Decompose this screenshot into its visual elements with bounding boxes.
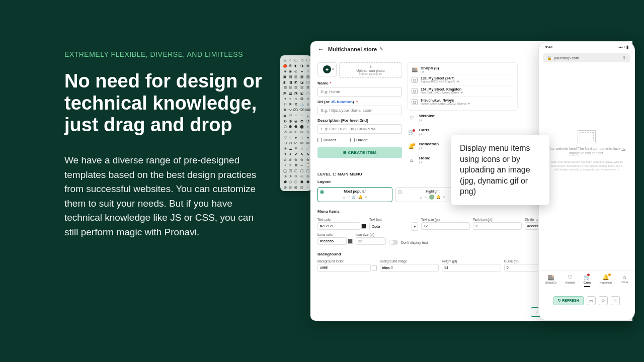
layout-option-most-popular[interactable]: Most popular ⌂♡🛒🔔≡	[317, 187, 392, 202]
create-item-button[interactable]: ⊞ CREATE ITEM	[317, 147, 402, 158]
color-swatch[interactable]	[372, 265, 377, 270]
dont-display-toggle[interactable]	[389, 240, 398, 245]
bg-color-input[interactable]	[317, 264, 371, 272]
color-swatch[interactable]	[361, 224, 366, 229]
icons-color-input[interactable]	[317, 237, 347, 245]
back-arrow-icon[interactable]: ←	[317, 45, 324, 53]
home-icon: ⌂	[621, 274, 628, 280]
name-input[interactable]	[317, 87, 402, 97]
nav-carts[interactable]: 🛒Carts	[584, 274, 591, 284]
url-input[interactable]	[317, 106, 402, 115]
shops-sub: | #	[421, 70, 439, 73]
upload-icon-icon: ⇪	[342, 65, 399, 69]
headline-text: No need for design or technical knowledg…	[64, 70, 266, 136]
js-function-link[interactable]: JS function	[331, 100, 353, 104]
url-label: Url (or JS function) *	[317, 100, 402, 104]
nav-home[interactable]: ⌂Home	[621, 274, 628, 284]
heart-icon: ♡	[566, 274, 575, 281]
cart-icon: 🛒	[408, 129, 415, 135]
upload-title: Upload icon photo	[342, 69, 399, 72]
settings-button[interactable]: ⚙	[599, 296, 608, 305]
phone-note: Note: This demo screen has been scaled t…	[546, 160, 627, 171]
phone-url-text: yourshop.com	[554, 56, 579, 60]
phone-url-bar[interactable]: 🔒 yourshop.com ⇪	[543, 53, 630, 62]
bg-image-input[interactable]	[380, 264, 439, 272]
shop-icon: 🏬	[545, 274, 556, 281]
badge-checkbox[interactable]: Badge	[350, 138, 368, 142]
refresh-button[interactable]: ↻ REFRESH	[553, 296, 583, 305]
add-button[interactable]: ⊕	[611, 296, 620, 305]
shop-item[interactable]: ◻ 167, My Street, KingstonNew York 12401…	[412, 85, 513, 96]
phone-preview: 9:41 ••• ◦ ▮ 🔒 yourshop.com ⇪ Your websi…	[538, 41, 635, 321]
name-label: Name *	[317, 81, 402, 85]
icon-palette[interactable]: △⌂▢◇☐ 🍎⚙◐◑⊕ ◈◉◎●○ ▣▤▥▦▧ ◧◨◩◪◫ ☰☱☲☳☴ ⬒⬓⬔⬕…	[280, 55, 311, 191]
location-icon: ◻	[412, 88, 418, 94]
phone-bottom-nav: 🏬Shops(3) ♡Wishlist 🛒Carts 🔔Notication ⌂…	[539, 270, 634, 287]
phone-status-bar: 9:41 ••• ◦ ▮	[539, 42, 634, 52]
share-icon[interactable]: ⇪	[622, 55, 626, 60]
add-icon-button[interactable]: + ▾	[317, 62, 337, 76]
marketing-copy: EXTREMELY FLEXIBLE, DIVERSE, AND LIMITLE…	[64, 50, 266, 239]
edit-title-icon[interactable]: ✎	[379, 46, 383, 52]
eyebrow-text: EXTREMELY FLEXIBLE, DIVERSE, AND LIMITLE…	[64, 50, 266, 58]
nav-notification[interactable]: 🔔Notication	[600, 274, 612, 284]
phone-body: Your website here! The Navi components h…	[539, 65, 634, 236]
shop-icon: 🏬	[412, 67, 418, 72]
phone-signal-icons: ••• ◦ ▮	[618, 45, 628, 49]
upload-subtitle: Format: jpg, png, gif	[342, 72, 399, 75]
text-color-input[interactable]	[317, 222, 360, 230]
icon-size-input[interactable]	[356, 237, 386, 245]
lock-icon: 🔒	[547, 56, 552, 60]
desc-input[interactable]	[317, 124, 402, 134]
text-size-input[interactable]	[421, 222, 470, 230]
dropdown-icon[interactable]: ▾	[412, 222, 418, 231]
bg-height-input[interactable]	[442, 264, 501, 272]
wishlist-item[interactable]: ♡ Wishlist| #	[407, 111, 518, 125]
callout-tooltip: Display menu items using icons or by upl…	[451, 135, 549, 205]
shop-item[interactable]: ◻ 132, My Street (24/7)Bigtown BG23 4YZ …	[412, 74, 513, 85]
dropdown-caret-icon: ▾	[332, 67, 334, 71]
radio-icon	[398, 190, 402, 194]
dont-display-label: Don't display text	[401, 241, 428, 244]
location-icon: ◻	[412, 99, 418, 105]
item-editor-form: + ▾ ⇪ Upload icon photo Format: jpg, png…	[317, 62, 402, 167]
color-swatch[interactable]	[348, 239, 353, 244]
badge-dot	[413, 129, 415, 132]
desktop-view-button[interactable]: ▭	[587, 296, 596, 305]
phone-time: 9:41	[545, 45, 553, 49]
body-copy-text: We have a diverse range of pre-designed …	[64, 153, 266, 239]
heart-icon: ♡	[408, 115, 415, 121]
radio-icon	[320, 190, 324, 194]
nav-shops[interactable]: 🏬Shops(3)	[545, 274, 556, 284]
bell-icon: 🔔	[408, 143, 415, 149]
shops-title: Shops (3)	[421, 66, 439, 70]
shops-group[interactable]: 🏬 Shops (3) | # ◻ 132, My Street (24/7)B…	[407, 62, 518, 111]
text-icon-input[interactable]	[473, 222, 522, 230]
home-icon: ⌂	[408, 157, 415, 163]
location-icon: ◻	[412, 77, 418, 83]
plus-icon: +	[323, 65, 331, 73]
desc-label: Description (For level 2nd)	[317, 118, 402, 123]
badge-dot	[413, 143, 415, 146]
page-title: Multichannel store	[328, 46, 377, 52]
shop-item[interactable]: ◻ 8 Izuchukwu NwoyeIlassan Lekki, Lagos …	[412, 96, 513, 107]
nav-wishlist[interactable]: ♡Wishlist	[566, 274, 575, 284]
website-placeholder-icon	[578, 130, 596, 143]
text-font-select[interactable]	[369, 223, 412, 230]
divider-checkbox[interactable]: Divider	[317, 138, 336, 142]
upload-icon-box[interactable]: ⇪ Upload icon photo Format: jpg, png, gi…	[339, 62, 402, 78]
phone-preview-tools: ↻ REFRESH ▭ ⚙ ⊕	[539, 296, 634, 305]
